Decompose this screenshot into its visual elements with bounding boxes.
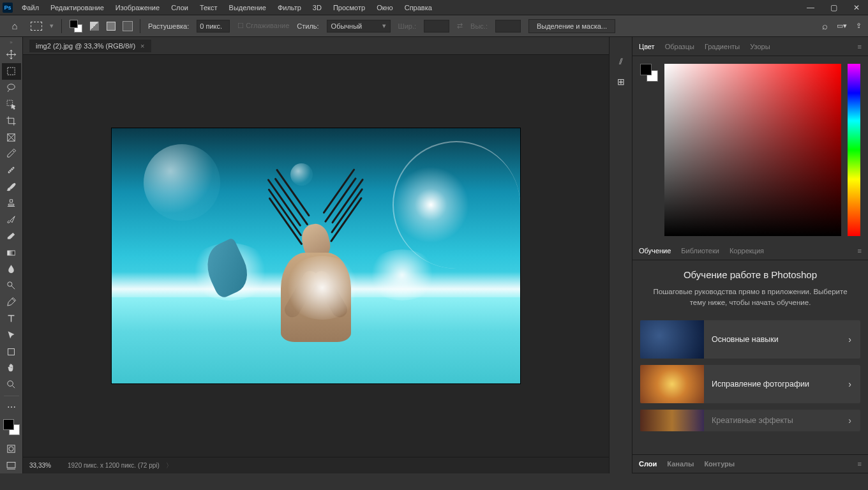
learn-card-photofix[interactable]: Исправление фотографии › bbox=[640, 365, 860, 403]
maximize-button[interactable]: ▢ bbox=[825, 1, 842, 14]
tab-learn[interactable]: Обучение bbox=[639, 247, 671, 255]
learn-subtitle: Пошаговые руководства прямо в приложении… bbox=[640, 286, 860, 309]
path-select-tool[interactable] bbox=[2, 327, 21, 343]
blur-tool[interactable] bbox=[2, 261, 21, 278]
shape-tool[interactable] bbox=[2, 343, 21, 360]
menu-view[interactable]: Просмотр bbox=[328, 1, 370, 14]
menu-image[interactable]: Изображение bbox=[110, 1, 165, 14]
svg-point-13 bbox=[9, 447, 13, 451]
new-selection-icon[interactable] bbox=[70, 20, 82, 33]
menu-file[interactable]: Файл bbox=[17, 1, 44, 14]
style-select[interactable]: Обычный▾ bbox=[327, 20, 391, 33]
document-tabs: img2 (2).jpg @ 33,3% (RGB/8#) × bbox=[23, 37, 609, 55]
collapsed-panel-strip: ⑊ ⊞ bbox=[609, 37, 632, 473]
menu-help[interactable]: Справка bbox=[400, 1, 437, 14]
saturation-value-picker[interactable] bbox=[664, 64, 841, 236]
close-button[interactable]: ✕ bbox=[848, 1, 865, 14]
workspace-icon[interactable]: ▭▾ bbox=[837, 22, 847, 30]
quick-select-tool[interactable] bbox=[2, 96, 21, 113]
feather-input[interactable] bbox=[197, 20, 230, 33]
tab-layers[interactable]: Слои bbox=[639, 460, 657, 468]
heal-tool[interactable] bbox=[2, 162, 21, 179]
canvas-area: img2 (2).jpg @ 33,3% (RGB/8#) × bbox=[23, 37, 609, 473]
window-controls: — ▢ ✕ bbox=[802, 1, 865, 14]
menu-window[interactable]: Окно bbox=[371, 1, 398, 14]
crop-tool[interactable] bbox=[2, 112, 21, 129]
menu-text[interactable]: Текст bbox=[195, 1, 223, 14]
menu-select[interactable]: Выделение bbox=[224, 1, 271, 14]
marquee-tool[interactable] bbox=[2, 63, 21, 80]
share-icon[interactable]: ⇪ bbox=[856, 22, 862, 30]
tab-swatches[interactable]: Образцы bbox=[665, 43, 694, 50]
move-tool[interactable] bbox=[2, 47, 21, 63]
history-brush-tool[interactable] bbox=[2, 211, 21, 228]
canvas-viewport[interactable] bbox=[23, 55, 609, 457]
text-tool[interactable] bbox=[2, 311, 21, 327]
dodge-tool[interactable] bbox=[2, 278, 21, 294]
panel-menu-icon[interactable]: ≡ bbox=[858, 43, 862, 50]
card-label: Креативные эффекты bbox=[704, 416, 839, 425]
tab-paths[interactable]: Контуры bbox=[704, 460, 735, 468]
menu-edit[interactable]: Редактирование bbox=[45, 1, 109, 14]
frame-tool[interactable] bbox=[2, 129, 21, 145]
tool-palette: » ⋯ bbox=[0, 37, 23, 473]
tab-patterns[interactable]: Узоры bbox=[750, 43, 770, 50]
brush-tool[interactable] bbox=[2, 179, 21, 195]
document-tab[interactable]: img2 (2).jpg @ 33,3% (RGB/8#) × bbox=[29, 40, 151, 52]
search-icon[interactable]: ⌕ bbox=[822, 20, 828, 31]
learn-title: Обучение работе в Photoshop bbox=[640, 269, 860, 280]
tab-libraries[interactable]: Библиотеки bbox=[681, 247, 719, 255]
pen-tool[interactable] bbox=[2, 294, 21, 311]
right-panel-group: Цвет Образцы Градиенты Узоры ≡ Обучение … bbox=[632, 37, 868, 473]
fg-bg-swatch[interactable] bbox=[3, 419, 20, 436]
intersect-selection-icon[interactable] bbox=[123, 22, 132, 31]
stamp-tool[interactable] bbox=[2, 195, 21, 212]
tab-gradients[interactable]: Градиенты bbox=[705, 43, 740, 50]
panel-icon-1[interactable]: ⑊ bbox=[618, 56, 624, 66]
hue-slider[interactable] bbox=[848, 64, 860, 236]
menu-layers[interactable]: Слои bbox=[166, 1, 193, 14]
home-button[interactable]: ⌂ bbox=[6, 18, 23, 34]
close-tab-icon[interactable]: × bbox=[140, 42, 144, 50]
main-area: » ⋯ img2 (2).jpg @ 33,3% (RGB/8#) bbox=[0, 37, 868, 473]
learn-card-creative[interactable]: Креативные эффекты › bbox=[640, 410, 860, 431]
eyedropper-tool[interactable] bbox=[2, 145, 21, 162]
status-bar: 1920 пикс. x 1200 пикс. (72 ppi) 〉 bbox=[23, 457, 609, 473]
tab-channels[interactable]: Каналы bbox=[667, 460, 694, 468]
chevron-right-icon: › bbox=[839, 334, 860, 345]
swap-icon: ⇄ bbox=[457, 22, 463, 30]
tab-adjustments[interactable]: Коррекция bbox=[730, 247, 764, 255]
panel-menu-icon[interactable]: ≡ bbox=[858, 460, 862, 468]
panel-menu-icon[interactable]: ≡ bbox=[858, 247, 862, 255]
antialias-checkbox: ☐ Сглаживание bbox=[237, 22, 289, 30]
svg-point-11 bbox=[8, 381, 13, 387]
svg-point-1 bbox=[8, 84, 15, 90]
tool-preset-icon[interactable] bbox=[31, 22, 42, 31]
zoom-tool[interactable] bbox=[2, 376, 21, 393]
quickmask-tool[interactable] bbox=[2, 440, 21, 457]
gradient-tool[interactable] bbox=[2, 244, 21, 261]
minimize-button[interactable]: — bbox=[802, 1, 819, 14]
tab-color[interactable]: Цвет bbox=[639, 43, 655, 50]
menu-3d[interactable]: 3D bbox=[308, 1, 327, 14]
zoom-input[interactable] bbox=[29, 462, 61, 469]
svg-rect-14 bbox=[7, 462, 15, 468]
color-fgbg-swatch[interactable] bbox=[640, 64, 658, 82]
menu-filter[interactable]: Фильтр bbox=[273, 1, 306, 14]
subtract-selection-icon[interactable] bbox=[107, 22, 116, 31]
chevron-right-icon: › bbox=[839, 415, 860, 426]
screenmode-tool[interactable] bbox=[2, 457, 21, 473]
eraser-tool[interactable] bbox=[2, 228, 21, 244]
learn-card-basics[interactable]: Основные навыки › bbox=[640, 320, 860, 359]
edit-toolbar[interactable]: ⋯ bbox=[2, 399, 21, 415]
panel-icon-2[interactable]: ⊞ bbox=[617, 77, 625, 87]
color-panel-tabs: Цвет Образцы Градиенты Узоры ≡ bbox=[632, 37, 868, 56]
main-menu: Файл Редактирование Изображение Слои Тек… bbox=[17, 1, 437, 14]
lasso-tool[interactable] bbox=[2, 80, 21, 96]
svg-rect-0 bbox=[8, 68, 15, 75]
learn-panel-tabs: Обучение Библиотеки Коррекция ≡ bbox=[632, 241, 868, 260]
feather-label: Растушевка: bbox=[148, 22, 189, 30]
hand-tool[interactable] bbox=[2, 360, 21, 376]
select-and-mask-button[interactable]: Выделение и маска... bbox=[528, 19, 615, 33]
add-selection-icon[interactable] bbox=[90, 22, 99, 31]
